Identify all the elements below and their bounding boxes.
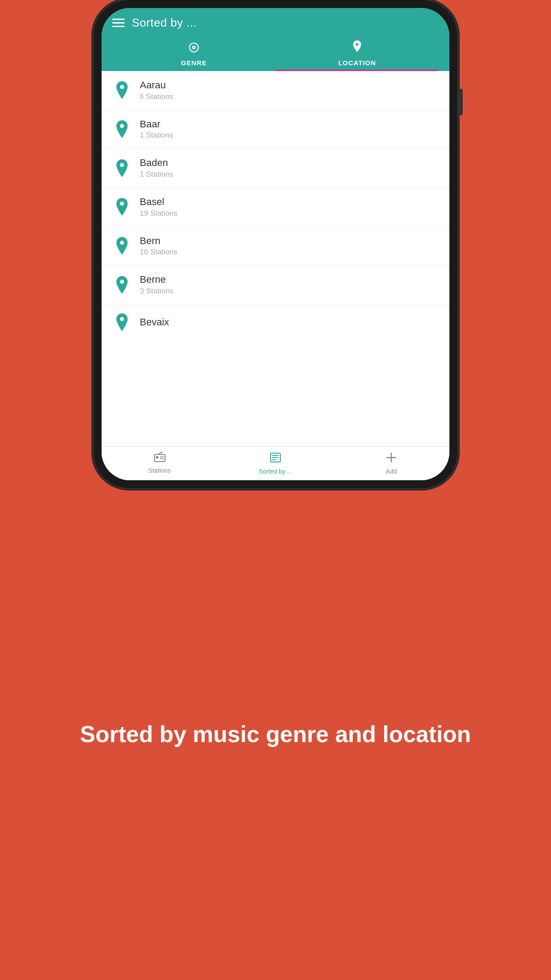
- phone-container: Sorted by ... GENRE: [94, 0, 457, 488]
- svg-rect-12: [156, 456, 158, 458]
- tab-location[interactable]: LOCATION: [276, 35, 439, 71]
- item-name: Baden: [140, 157, 173, 170]
- svg-point-7: [120, 202, 124, 206]
- svg-point-3: [356, 43, 358, 46]
- genre-icon: [188, 41, 200, 56]
- item-name: Bern: [140, 235, 177, 248]
- nav-stations-label: Stations: [148, 467, 171, 474]
- list-item-basel[interactable]: Basel 19 Stations: [102, 188, 449, 227]
- list-item-baden[interactable]: Baden 1 Stations: [102, 149, 449, 188]
- nav-sorted-label: Sorted by ...: [259, 468, 292, 475]
- item-name: Berne: [140, 273, 173, 286]
- item-text-berne: Berne 3 Stations: [140, 273, 173, 296]
- svg-point-5: [120, 124, 124, 128]
- tab-genre-indicator: [112, 70, 276, 71]
- item-text-bevaix: Bevaix: [140, 316, 169, 329]
- add-nav-icon: [386, 452, 397, 466]
- svg-point-6: [120, 163, 124, 167]
- svg-point-9: [120, 280, 124, 284]
- location-list: Aarau 6 Stations Baar 1 Stations: [102, 71, 449, 446]
- svg-line-14: [159, 452, 162, 454]
- tab-genre[interactable]: GENRE: [112, 36, 276, 71]
- svg-point-10: [120, 317, 124, 321]
- bottom-text-area: Sorted by music genre and location: [53, 488, 497, 980]
- sorted-nav-icon: [270, 452, 281, 466]
- nav-stations[interactable]: Stations: [102, 447, 217, 480]
- tab-genre-label: GENRE: [181, 59, 207, 67]
- item-count: 16 Stations: [140, 247, 177, 257]
- list-item-aarau[interactable]: Aarau 6 Stations: [102, 71, 449, 110]
- list-item-bevaix-partial[interactable]: Bevaix: [102, 304, 449, 340]
- item-name: Aarau: [140, 79, 173, 92]
- pin-icon-baden: [112, 158, 132, 178]
- header-top: Sorted by ...: [112, 16, 439, 35]
- svg-point-2: [193, 47, 195, 48]
- header-title: Sorted by ...: [132, 16, 197, 30]
- location-icon: [352, 40, 362, 56]
- stations-nav-icon: [153, 452, 166, 465]
- item-text-basel: Basel 19 Stations: [140, 196, 177, 218]
- bottom-nav: Stations Sorted by ...: [102, 446, 449, 480]
- list-item-baar[interactable]: Baar 1 Stations: [102, 110, 449, 149]
- item-text-baar: Baar 1 Stations: [140, 118, 173, 141]
- nav-add[interactable]: Add: [334, 447, 449, 480]
- list-item-bern[interactable]: Bern 16 Stations: [102, 227, 449, 266]
- phone-frame: Sorted by ... GENRE: [94, 0, 457, 488]
- pin-icon-aarau: [112, 80, 132, 100]
- pin-icon-bern: [112, 236, 132, 256]
- item-count: 1 Stations: [140, 170, 173, 179]
- item-name: Basel: [140, 196, 177, 209]
- tab-location-label: LOCATION: [338, 59, 376, 67]
- pin-icon-baar: [112, 119, 132, 139]
- item-count: 3 Stations: [140, 286, 173, 296]
- nav-add-label: Add: [386, 468, 397, 475]
- list-item-berne[interactable]: Berne 3 Stations: [102, 265, 449, 304]
- item-count: 6 Stations: [140, 92, 173, 102]
- pin-icon-berne: [112, 275, 132, 295]
- app-header: Sorted by ... GENRE: [102, 8, 449, 71]
- tab-location-indicator: [276, 70, 439, 71]
- item-name: Bevaix: [140, 316, 169, 329]
- item-text-aarau: Aarau 6 Stations: [140, 79, 173, 102]
- svg-point-13: [161, 456, 163, 459]
- svg-point-8: [120, 241, 124, 245]
- item-name: Baar: [140, 118, 173, 131]
- item-text-baden: Baden 1 Stations: [140, 157, 173, 179]
- nav-sorted[interactable]: Sorted by ...: [217, 447, 333, 480]
- phone-screen: Sorted by ... GENRE: [102, 8, 449, 480]
- pin-icon-bevaix: [112, 312, 132, 332]
- item-count: 19 Stations: [140, 209, 177, 218]
- svg-point-4: [120, 85, 124, 89]
- tagline: Sorted by music genre and location: [80, 720, 471, 748]
- item-text-bern: Bern 16 Stations: [140, 235, 177, 257]
- hamburger-button[interactable]: [112, 19, 125, 27]
- pin-icon-basel: [112, 197, 132, 217]
- tab-bar: GENRE LOCATION: [112, 35, 439, 71]
- item-count: 1 Stations: [140, 130, 173, 140]
